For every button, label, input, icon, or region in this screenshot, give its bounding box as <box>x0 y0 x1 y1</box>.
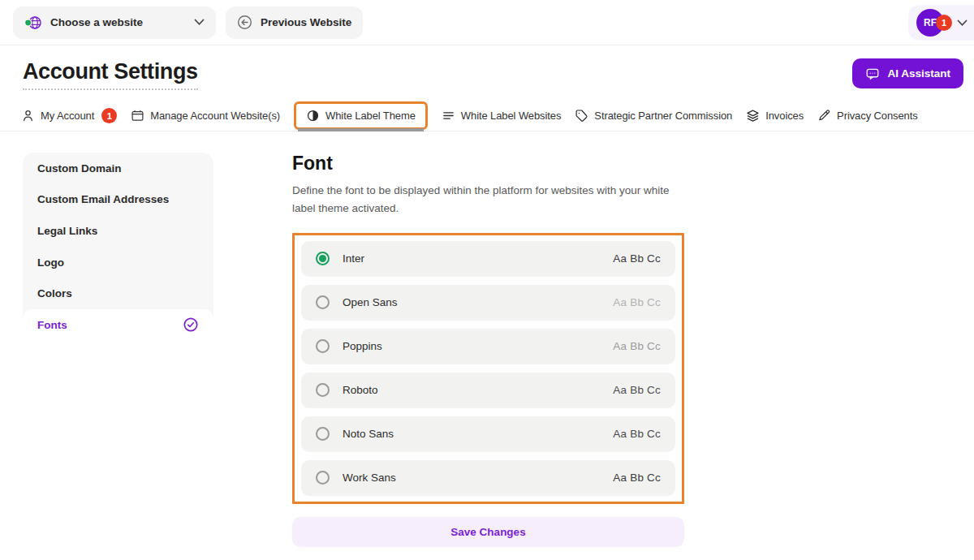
font-sample: Aa Bb Cc <box>613 472 661 484</box>
font-name: Inter <box>343 252 364 265</box>
font-sample: Aa Bb Cc <box>613 252 661 265</box>
tab-white-label-theme[interactable]: White Label Theme <box>294 101 428 130</box>
tab-label: Privacy Consents <box>837 110 918 122</box>
tab-label: White Label Theme <box>325 110 416 122</box>
save-changes-button[interactable]: Save Changes <box>292 517 684 547</box>
chevron-down-icon <box>957 19 968 27</box>
sidebar-item-label: Legal Links <box>37 225 97 237</box>
radio-unselected[interactable] <box>316 295 330 309</box>
avatar-wrap: RF 1 <box>916 9 954 37</box>
previous-website-label: Previous Website <box>261 16 351 28</box>
font-option-poppins[interactable]: PoppinsAa Bb Cc <box>301 329 675 364</box>
tabs: My Account1Manage Account Website(s)Whit… <box>0 101 974 131</box>
font-option-noto-sans[interactable]: Noto SansAa Bb Cc <box>301 416 675 452</box>
notification-badge: 1 <box>101 108 117 123</box>
sidebar-item-custom-domain[interactable]: Custom Domain <box>23 153 213 184</box>
font-option-open-sans[interactable]: Open SansAa Bb Cc <box>301 285 675 321</box>
font-name: Poppins <box>343 340 382 352</box>
browser-icon <box>131 109 144 123</box>
chevron-down-icon <box>194 19 205 26</box>
tab-label: Invoices <box>765 110 804 122</box>
sidebar-item-label: Custom Domain <box>37 162 122 174</box>
sidebar-item-label: Colors <box>37 287 72 299</box>
notification-badge: 1 <box>936 15 952 31</box>
user-icon <box>21 109 35 123</box>
font-sample: Aa Bb Cc <box>613 340 661 352</box>
font-sample: Aa Bb Cc <box>613 296 661 308</box>
website-selector-label: Choose a website <box>50 16 186 28</box>
tab-white-label-websites[interactable]: White Label Websites <box>442 109 562 123</box>
sidebar-item-label: Fonts <box>37 319 67 331</box>
radio-unselected[interactable] <box>316 339 330 353</box>
website-selector-dropdown[interactable]: Choose a website <box>13 6 216 39</box>
font-sample: Aa Bb Cc <box>613 428 661 440</box>
tab-manage-account-website-s[interactable]: Manage Account Website(s) <box>131 109 280 123</box>
sidebar-item-custom-email-addresses[interactable]: Custom Email Addresses <box>23 184 213 216</box>
radio-unselected[interactable] <box>316 427 330 441</box>
sidebar-item-fonts[interactable]: Fonts <box>23 309 213 341</box>
font-option-list: InterAa Bb CcOpen SansAa Bb CcPoppinsAa … <box>292 233 684 504</box>
ai-assistant-button[interactable]: AI Assistant <box>852 58 963 88</box>
radio-unselected[interactable] <box>316 383 330 397</box>
font-option-inter[interactable]: InterAa Bb Cc <box>301 241 675 277</box>
globe-icon <box>24 15 42 31</box>
tab-label: Strategic Partner Commission <box>594 110 732 122</box>
section-heading: Font <box>292 153 684 174</box>
sidebar-item-label: Custom Email Addresses <box>37 193 169 205</box>
lines-icon <box>442 109 455 123</box>
tab-label: Manage Account Website(s) <box>150 110 280 122</box>
section-description: Define the font to be displayed within t… <box>292 182 677 218</box>
tab-strategic-partner-commission[interactable]: Strategic Partner Commission <box>575 109 732 123</box>
font-sample: Aa Bb Cc <box>613 384 661 396</box>
contrast-icon <box>306 109 320 123</box>
sidebar-item-colors[interactable]: Colors <box>23 278 213 309</box>
pen-icon <box>817 109 831 123</box>
radio-selected[interactable] <box>316 252 330 265</box>
tab-invoices[interactable]: Invoices <box>746 109 804 123</box>
sidebar-item-legal-links[interactable]: Legal Links <box>23 215 213 247</box>
main-panel: Font Define the font to be displayed wit… <box>292 153 684 547</box>
tab-privacy-consents[interactable]: Privacy Consents <box>817 109 918 123</box>
sidebar-item-label: Logo <box>37 256 64 269</box>
sidebar-item-logo[interactable]: Logo <box>23 247 213 278</box>
top-bar: Choose a website Previous Website RF 1 <box>0 0 974 45</box>
font-name: Work Sans <box>343 472 396 484</box>
page-title: Account Settings <box>23 59 198 90</box>
font-option-roboto[interactable]: RobotoAa Bb Cc <box>301 373 675 408</box>
layers-icon <box>746 109 760 123</box>
settings-sidebar: Custom DomainCustom Email AddressesLegal… <box>23 153 213 341</box>
arrow-left-circle-icon <box>237 15 252 30</box>
radio-unselected[interactable] <box>316 471 330 485</box>
tag-icon <box>575 109 588 123</box>
font-name: Open Sans <box>343 296 398 308</box>
chat-bubble-icon <box>865 67 880 81</box>
font-option-work-sans[interactable]: Work SansAa Bb Cc <box>301 460 675 496</box>
font-name: Noto Sans <box>343 428 394 440</box>
check-circle-icon <box>183 317 199 333</box>
user-menu[interactable]: RF 1 <box>908 5 974 41</box>
font-name: Roboto <box>343 384 378 396</box>
ai-assistant-label: AI Assistant <box>887 67 950 80</box>
tab-label: My Account <box>41 110 94 122</box>
previous-website-button[interactable]: Previous Website <box>226 6 363 39</box>
tab-label: White Label Websites <box>461 110 562 122</box>
tab-my-account[interactable]: My Account1 <box>21 108 117 123</box>
